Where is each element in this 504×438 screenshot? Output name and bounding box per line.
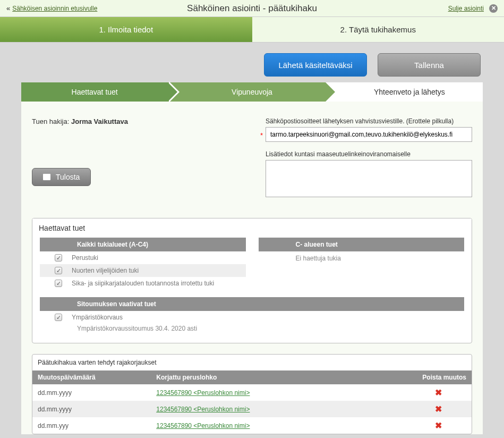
page-title: Sähköinen asiointi - päätukihaku: [187, 3, 317, 14]
close-icon[interactable]: ✕: [489, 4, 498, 13]
block-link[interactable]: 1234567890 <Peruslohkon nimi>: [156, 406, 250, 413]
cell-date: dd.mm.yyyy: [32, 401, 151, 417]
back-caret: «: [6, 4, 10, 12]
content-card: Haettavat tuet Vipuneuvoja Yhteenveto ja…: [21, 82, 483, 434]
no-items-text: Ei haettuja tukia: [259, 251, 465, 265]
info-label: Lisätiedot kuntasi maaseutuelinkeinovira…: [266, 150, 472, 158]
step-vipuneuvoja[interactable]: Vipuneuvoja: [168, 82, 325, 102]
group-header-all-areas: Kaikki tukialueet (A-C4): [40, 238, 246, 251]
stepper: Haettavat tuet Vipuneuvoja Yhteenveto ja…: [21, 82, 483, 102]
tuki-row: Perustuki: [40, 251, 246, 264]
tuki-label: Sika- ja siipikarjatalouden tuotannosta …: [72, 280, 241, 287]
applicant-name: Jorma Vaikuttava: [71, 117, 128, 125]
applicant-label: Tuen hakija:: [32, 117, 69, 125]
step-haettavat-tuet[interactable]: Haettavat tuet: [21, 82, 168, 102]
col-delete: Poista muutos: [406, 370, 472, 384]
topbar: « Sähköisen asioinnin etusivulle Sähköin…: [0, 0, 504, 17]
block-link[interactable]: 1234567890 <Peruslohkon nimi>: [156, 422, 250, 429]
checkbox-ymparisto[interactable]: [55, 314, 62, 321]
email-label: Sähköpostiosoitteet lähetyksen vahvistus…: [266, 117, 472, 125]
tuki-label: Perustuki: [72, 254, 241, 262]
corrections-panel: Päätukihakua varten tehdyt rajakorjaukse…: [32, 354, 472, 434]
checkbox-perustuki[interactable]: [55, 254, 62, 262]
group-header-c-area: C- alueen tuet: [259, 238, 465, 251]
main-tabs: 1. Ilmoita tiedot 2. Täytä tukihakemus: [0, 17, 504, 43]
haettavat-tuet-panel: Haettavat tuet Kaikki tukialueet (A-C4) …: [32, 218, 472, 343]
step-yhteenveto[interactable]: Yhteenveto ja lähetys: [326, 82, 483, 102]
col-date: Muutospäivämäärä: [32, 370, 151, 384]
email-input[interactable]: [266, 127, 472, 142]
table-row: dd.mm.yyyy 1234567890 <Peruslohkon nimi>…: [32, 401, 472, 417]
block-link[interactable]: 1234567890 <Peruslohkon nimi>: [156, 389, 250, 397]
back-link[interactable]: Sähköisen asioinnin etusivulle: [12, 5, 97, 12]
corrections-title: Päätukihakua varten tehdyt rajakorjaukse…: [32, 355, 472, 370]
cell-date: dd.mm.yyyy: [32, 384, 151, 401]
close-link[interactable]: Sulje asiointi: [448, 5, 484, 12]
info-textarea[interactable]: [266, 160, 472, 197]
table-row: dd.mm.yyy 1234567890 <Peruslohkon nimi> …: [32, 417, 472, 434]
checkbox-sika[interactable]: [55, 280, 62, 287]
delete-icon[interactable]: ✖: [435, 388, 442, 397]
required-indicator: *: [260, 131, 263, 139]
cell-date: dd.mm.yyy: [32, 417, 151, 434]
panel-title: Haettavat tuet: [32, 218, 472, 238]
tuki-row: Ympäristökorvaus: [40, 311, 464, 324]
tab-tayta-tukihakemus[interactable]: 2. Täytä tukihakemus: [252, 17, 505, 42]
action-bar: Lähetä käsiteltäväksi Tallenna: [0, 43, 504, 82]
save-button[interactable]: Tallenna: [378, 53, 481, 77]
delete-icon[interactable]: ✖: [435, 421, 442, 430]
commitment-note: Ympäristökorvaussitoumus 30.4. 2020 asti: [40, 324, 464, 335]
print-label: Tulosta: [56, 173, 80, 181]
tuki-label: Ympäristökorvaus: [72, 314, 459, 321]
col-block: Korjattu peruslohko: [151, 370, 406, 384]
print-button[interactable]: Tulosta: [32, 168, 91, 186]
submit-button[interactable]: Lähetä käsiteltäväksi: [264, 53, 367, 77]
tuki-row: Nuorten viljelijöiden tuki: [40, 264, 246, 277]
print-icon: [43, 174, 50, 180]
tab-ilmoita-tiedot[interactable]: 1. Ilmoita tiedot: [0, 17, 252, 42]
checkbox-nuorten[interactable]: [55, 267, 62, 274]
corrections-table: Muutospäivämäärä Korjattu peruslohko Poi…: [32, 370, 472, 434]
table-row: dd.mm.yyyy 1234567890 <Peruslohkon nimi>…: [32, 384, 472, 401]
group-header-commitment: Sitoumuksen vaativat tuet: [40, 297, 464, 311]
tuki-row: Sika- ja siipikarjatalouden tuotannosta …: [40, 277, 246, 290]
delete-icon[interactable]: ✖: [435, 405, 442, 414]
tuki-label: Nuorten viljelijöiden tuki: [72, 267, 241, 274]
applicant-line: Tuen hakija: Jorma Vaikuttava: [32, 117, 244, 125]
